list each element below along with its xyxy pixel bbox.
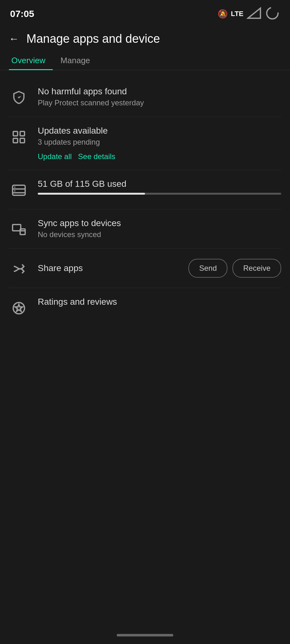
tab-bar: Overview Manage [0,51,290,70]
play-protect-subtitle: Play Protect scanned yesterday [38,98,281,107]
ratings-title: Ratings and reviews [38,297,281,307]
sync-content: Sync apps to devices No devices synced [38,218,281,239]
svg-rect-3 [13,131,18,136]
updates-actions: Update all See details [38,152,281,161]
ratings-icon [9,298,29,318]
receive-button[interactable]: Receive [232,259,281,278]
svg-marker-0 [248,8,260,18]
share-apps-section: Share apps Send Receive [9,249,281,288]
send-button[interactable]: Send [188,259,227,278]
share-icon [9,259,29,279]
svg-point-1 [267,8,278,19]
sync-icon [9,219,29,240]
back-button[interactable]: ← [9,33,19,45]
see-details-button[interactable]: See details [78,152,115,161]
shield-icon [9,88,29,108]
storage-section: 51 GB of 115 GB used [9,170,281,209]
status-time: 07:05 [10,8,34,19]
storage-progress-bar [38,193,281,195]
share-apps-label: Share apps [38,263,83,273]
lte-indicator: LTE [231,10,243,18]
tab-overview[interactable]: Overview [9,51,53,70]
svg-point-10 [14,186,15,188]
page-header: ← Manage apps and device [0,26,290,51]
svg-point-11 [14,190,15,192]
sync-section: Sync apps to devices No devices synced [9,209,281,248]
bottom-nav-bar [0,629,290,644]
storage-content: 51 GB of 115 GB used [38,179,281,195]
updates-subtitle: 3 updates pending [38,138,281,147]
storage-title: 51 GB of 115 GB used [38,179,281,189]
storage-icon [9,180,29,200]
svg-rect-6 [20,138,25,143]
circle-icon [265,6,280,22]
updates-section: Updates available 3 updates pending Upda… [9,117,281,170]
play-protect-section: No harmful apps found Play Protect scann… [9,78,281,117]
update-all-button[interactable]: Update all [38,152,72,161]
content-area: No harmful apps found Play Protect scann… [0,70,290,335]
home-indicator [117,634,173,636]
status-icons: 🔕 LTE [218,6,280,22]
signal-icon [247,6,262,22]
ratings-content: Ratings and reviews [38,297,281,309]
status-bar: 07:05 🔕 LTE [0,0,290,26]
tab-manage[interactable]: Manage [58,51,98,70]
mute-icon: 🔕 [218,9,228,19]
share-apps-buttons: Send Receive [188,259,281,278]
page-title: Manage apps and device [26,32,160,46]
svg-marker-16 [15,304,23,311]
svg-rect-4 [20,131,25,136]
updates-icon [9,127,29,147]
sync-subtitle: No devices synced [38,230,281,239]
sync-title: Sync apps to devices [38,218,281,228]
svg-rect-5 [13,138,18,143]
storage-progress-fill [38,193,145,195]
svg-marker-2 [18,96,21,98]
play-protect-title: No harmful apps found [38,86,281,97]
updates-content: Updates available 3 updates pending Upda… [38,126,281,161]
updates-title: Updates available [38,126,281,136]
play-protect-content: No harmful apps found Play Protect scann… [38,86,281,107]
ratings-section: Ratings and reviews [9,288,281,327]
